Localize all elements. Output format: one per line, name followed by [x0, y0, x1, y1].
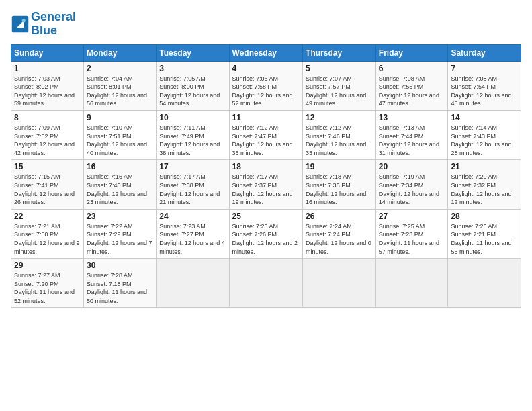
day-info: Sunrise: 7:23 AM Sunset: 7:27 PM Dayligh… — [159, 222, 226, 256]
day-info: Sunrise: 7:04 AM Sunset: 8:01 PM Dayligh… — [87, 75, 153, 108]
day-info: Sunrise: 7:12 AM Sunset: 7:46 PM Dayligh… — [306, 124, 373, 157]
day-info: Sunrise: 7:22 AM Sunset: 7:29 PM Dayligh… — [87, 222, 153, 256]
day-info: Sunrise: 7:19 AM Sunset: 7:34 PM Dayligh… — [379, 173, 445, 206]
calendar-cell — [303, 259, 376, 308]
day-info: Sunrise: 7:05 AM Sunset: 8:00 PM Dayligh… — [159, 75, 226, 108]
day-number: 18 — [232, 162, 300, 171]
day-number: 7 — [451, 64, 518, 73]
day-number: 15 — [14, 162, 81, 171]
calendar-week: 8 Sunrise: 7:09 AM Sunset: 7:52 PM Dayli… — [11, 110, 521, 159]
calendar-cell — [157, 259, 229, 308]
day-number: 11 — [232, 113, 300, 122]
day-info: Sunrise: 7:06 AM Sunset: 7:58 PM Dayligh… — [232, 75, 300, 108]
day-info: Sunrise: 7:21 AM Sunset: 7:30 PM Dayligh… — [14, 222, 81, 256]
day-header-thursday: Thursday — [303, 44, 376, 61]
calendar-cell — [375, 259, 448, 308]
logo-text: GeneralBlue — [31, 11, 76, 38]
day-info: Sunrise: 7:14 AM Sunset: 7:43 PM Dayligh… — [451, 124, 518, 157]
calendar-cell: 26 Sunrise: 7:24 AM Sunset: 7:24 PM Dayl… — [303, 209, 376, 258]
day-info: Sunrise: 7:07 AM Sunset: 7:57 PM Dayligh… — [306, 75, 373, 108]
day-info: Sunrise: 7:23 AM Sunset: 7:26 PM Dayligh… — [232, 222, 300, 256]
day-number: 2 — [87, 64, 153, 73]
day-number: 22 — [14, 212, 81, 221]
calendar-cell — [448, 259, 521, 308]
day-number: 27 — [379, 212, 445, 221]
calendar-cell: 25 Sunrise: 7:23 AM Sunset: 7:26 PM Dayl… — [229, 209, 303, 258]
calendar-cell: 18 Sunrise: 7:17 AM Sunset: 7:37 PM Dayl… — [229, 160, 303, 209]
calendar-cell: 29 Sunrise: 7:27 AM Sunset: 7:20 PM Dayl… — [11, 259, 84, 308]
calendar-table: SundayMondayTuesdayWednesdayThursdayFrid… — [11, 44, 521, 308]
day-number: 10 — [159, 113, 226, 122]
day-header-wednesday: Wednesday — [229, 44, 303, 61]
calendar-cell: 4 Sunrise: 7:06 AM Sunset: 7:58 PM Dayli… — [229, 61, 303, 110]
day-info: Sunrise: 7:15 AM Sunset: 7:41 PM Dayligh… — [14, 173, 81, 206]
calendar-cell: 6 Sunrise: 7:08 AM Sunset: 7:55 PM Dayli… — [375, 61, 448, 110]
day-number: 14 — [451, 113, 518, 122]
day-info: Sunrise: 7:26 AM Sunset: 7:21 PM Dayligh… — [451, 222, 518, 256]
calendar-cell: 12 Sunrise: 7:12 AM Sunset: 7:46 PM Dayl… — [303, 110, 376, 159]
day-number: 12 — [306, 113, 373, 122]
calendar-cell: 13 Sunrise: 7:13 AM Sunset: 7:44 PM Dayl… — [375, 110, 448, 159]
day-number: 19 — [306, 162, 373, 171]
calendar-cell: 15 Sunrise: 7:15 AM Sunset: 7:41 PM Dayl… — [11, 160, 84, 209]
day-info: Sunrise: 7:28 AM Sunset: 7:18 PM Dayligh… — [87, 271, 153, 305]
calendar-cell: 23 Sunrise: 7:22 AM Sunset: 7:29 PM Dayl… — [84, 209, 157, 258]
calendar-cell: 21 Sunrise: 7:20 AM Sunset: 7:32 PM Dayl… — [448, 160, 521, 209]
day-number: 26 — [306, 212, 373, 221]
calendar-week: 1 Sunrise: 7:03 AM Sunset: 8:02 PM Dayli… — [11, 61, 521, 110]
day-number: 4 — [232, 64, 300, 73]
day-info: Sunrise: 7:13 AM Sunset: 7:44 PM Dayligh… — [379, 124, 445, 157]
calendar-cell: 14 Sunrise: 7:14 AM Sunset: 7:43 PM Dayl… — [448, 110, 521, 159]
calendar-cell: 3 Sunrise: 7:05 AM Sunset: 8:00 PM Dayli… — [157, 61, 229, 110]
day-header-friday: Friday — [375, 44, 448, 61]
day-number: 30 — [87, 261, 153, 270]
calendar-cell: 7 Sunrise: 7:08 AM Sunset: 7:54 PM Dayli… — [448, 61, 521, 110]
day-header-monday: Monday — [84, 44, 157, 61]
day-header-sunday: Sunday — [11, 44, 84, 61]
day-info: Sunrise: 7:17 AM Sunset: 7:38 PM Dayligh… — [159, 173, 226, 206]
day-info: Sunrise: 7:20 AM Sunset: 7:32 PM Dayligh… — [451, 173, 518, 206]
day-number: 8 — [14, 113, 81, 122]
day-info: Sunrise: 7:18 AM Sunset: 7:35 PM Dayligh… — [306, 173, 373, 206]
calendar-cell: 30 Sunrise: 7:28 AM Sunset: 7:18 PM Dayl… — [84, 259, 157, 308]
day-info: Sunrise: 7:03 AM Sunset: 8:02 PM Dayligh… — [14, 75, 81, 108]
day-number: 23 — [87, 212, 153, 221]
day-info: Sunrise: 7:17 AM Sunset: 7:37 PM Dayligh… — [232, 173, 300, 206]
day-number: 29 — [14, 261, 81, 270]
calendar-header: SundayMondayTuesdayWednesdayThursdayFrid… — [11, 44, 521, 61]
calendar-cell: 8 Sunrise: 7:09 AM Sunset: 7:52 PM Dayli… — [11, 110, 84, 159]
calendar-week: 22 Sunrise: 7:21 AM Sunset: 7:30 PM Dayl… — [11, 209, 521, 258]
day-number: 24 — [159, 212, 226, 221]
calendar-cell: 22 Sunrise: 7:21 AM Sunset: 7:30 PM Dayl… — [11, 209, 84, 258]
day-number: 5 — [306, 64, 373, 73]
day-number: 28 — [451, 212, 518, 221]
day-number: 21 — [451, 162, 518, 171]
day-info: Sunrise: 7:08 AM Sunset: 7:55 PM Dayligh… — [379, 75, 445, 108]
day-number: 13 — [379, 113, 445, 122]
day-info: Sunrise: 7:16 AM Sunset: 7:40 PM Dayligh… — [87, 173, 153, 206]
calendar-cell: 1 Sunrise: 7:03 AM Sunset: 8:02 PM Dayli… — [11, 61, 84, 110]
logo-icon — [11, 15, 30, 34]
logo: GeneralBlue — [11, 11, 76, 38]
day-info: Sunrise: 7:27 AM Sunset: 7:20 PM Dayligh… — [14, 271, 81, 305]
calendar-cell: 28 Sunrise: 7:26 AM Sunset: 7:21 PM Dayl… — [448, 209, 521, 258]
calendar-cell: 2 Sunrise: 7:04 AM Sunset: 8:01 PM Dayli… — [84, 61, 157, 110]
day-number: 17 — [159, 162, 226, 171]
day-info: Sunrise: 7:08 AM Sunset: 7:54 PM Dayligh… — [451, 75, 518, 108]
day-info: Sunrise: 7:10 AM Sunset: 7:51 PM Dayligh… — [87, 124, 153, 157]
day-info: Sunrise: 7:12 AM Sunset: 7:47 PM Dayligh… — [232, 124, 300, 157]
calendar-cell: 17 Sunrise: 7:17 AM Sunset: 7:38 PM Dayl… — [157, 160, 229, 209]
calendar-cell: 5 Sunrise: 7:07 AM Sunset: 7:57 PM Dayli… — [303, 61, 376, 110]
calendar-cell: 27 Sunrise: 7:25 AM Sunset: 7:23 PM Dayl… — [375, 209, 448, 258]
day-header-tuesday: Tuesday — [157, 44, 229, 61]
day-info: Sunrise: 7:24 AM Sunset: 7:24 PM Dayligh… — [306, 222, 373, 256]
day-number: 6 — [379, 64, 445, 73]
calendar-cell: 19 Sunrise: 7:18 AM Sunset: 7:35 PM Dayl… — [303, 160, 376, 209]
calendar-cell: 11 Sunrise: 7:12 AM Sunset: 7:47 PM Dayl… — [229, 110, 303, 159]
day-number: 16 — [87, 162, 153, 171]
calendar-cell — [229, 259, 303, 308]
calendar-cell: 9 Sunrise: 7:10 AM Sunset: 7:51 PM Dayli… — [84, 110, 157, 159]
day-info: Sunrise: 7:11 AM Sunset: 7:49 PM Dayligh… — [159, 124, 226, 157]
calendar-cell: 20 Sunrise: 7:19 AM Sunset: 7:34 PM Dayl… — [375, 160, 448, 209]
day-info: Sunrise: 7:25 AM Sunset: 7:23 PM Dayligh… — [379, 222, 445, 256]
